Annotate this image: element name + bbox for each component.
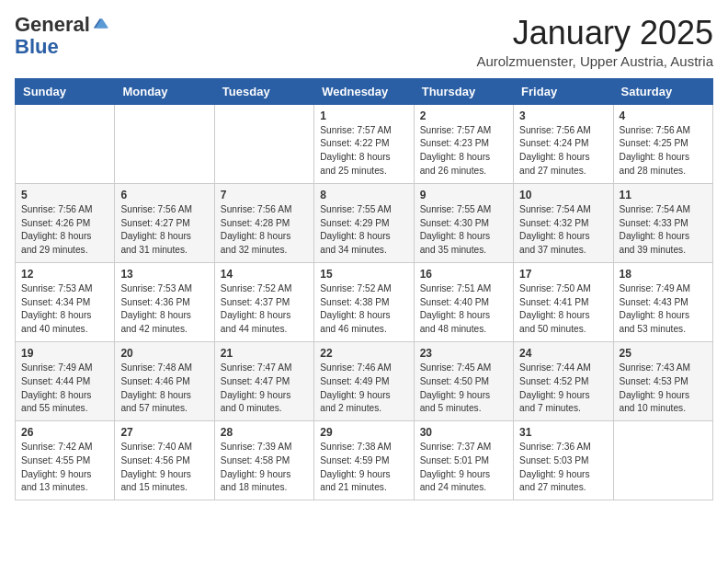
calendar-cell: 7Sunrise: 7:56 AM Sunset: 4:28 PM Daylig… — [214, 183, 313, 262]
calendar-cell: 23Sunrise: 7:45 AM Sunset: 4:50 PM Dayli… — [414, 341, 513, 420]
day-info: Sunrise: 7:48 AM Sunset: 4:46 PM Dayligh… — [120, 362, 208, 416]
calendar-cell: 4Sunrise: 7:56 AM Sunset: 4:25 PM Daylig… — [613, 104, 712, 183]
day-info: Sunrise: 7:49 AM Sunset: 4:43 PM Dayligh… — [620, 282, 707, 337]
day-info: Sunrise: 7:56 AM Sunset: 4:24 PM Dayligh… — [519, 124, 607, 178]
day-info: Sunrise: 7:43 AM Sunset: 4:53 PM Dayligh… — [620, 362, 707, 416]
calendar-cell: 12Sunrise: 7:53 AM Sunset: 4:34 PM Dayli… — [16, 262, 115, 341]
calendar-cell: 25Sunrise: 7:43 AM Sunset: 4:53 PM Dayli… — [613, 341, 712, 420]
calendar-cell: 24Sunrise: 7:44 AM Sunset: 4:52 PM Dayli… — [514, 341, 613, 420]
day-number: 12 — [21, 268, 108, 281]
day-number: 21 — [221, 347, 308, 360]
page-header: General Blue January 2025 Aurolzmuenster… — [15, 15, 713, 69]
day-info: Sunrise: 7:51 AM Sunset: 4:40 PM Dayligh… — [420, 282, 507, 337]
day-number: 3 — [519, 109, 607, 122]
day-number: 23 — [420, 347, 507, 360]
logo-icon — [92, 17, 108, 33]
day-info: Sunrise: 7:54 AM Sunset: 4:33 PM Dayligh… — [620, 203, 707, 258]
day-info: Sunrise: 7:56 AM Sunset: 4:25 PM Dayligh… — [620, 124, 707, 178]
day-number: 29 — [320, 426, 407, 439]
calendar-cell: 26Sunrise: 7:42 AM Sunset: 4:55 PM Dayli… — [16, 421, 115, 500]
calendar-week-row: 19Sunrise: 7:49 AM Sunset: 4:44 PM Dayli… — [16, 341, 713, 420]
calendar-header-row: SundayMondayTuesdayWednesdayThursdayFrid… — [16, 78, 713, 104]
calendar-cell: 13Sunrise: 7:53 AM Sunset: 4:36 PM Dayli… — [115, 262, 214, 341]
day-info: Sunrise: 7:46 AM Sunset: 4:49 PM Dayligh… — [320, 362, 407, 416]
calendar-cell: 11Sunrise: 7:54 AM Sunset: 4:33 PM Dayli… — [613, 183, 712, 262]
calendar-cell — [214, 104, 313, 183]
weekday-header-sunday: Sunday — [16, 78, 115, 104]
day-info: Sunrise: 7:55 AM Sunset: 4:29 PM Dayligh… — [320, 203, 407, 258]
day-info: Sunrise: 7:37 AM Sunset: 5:01 PM Dayligh… — [420, 441, 507, 495]
calendar-cell: 29Sunrise: 7:38 AM Sunset: 4:59 PM Dayli… — [314, 421, 414, 500]
day-number: 14 — [221, 268, 308, 281]
calendar-cell — [115, 104, 214, 183]
weekday-header-wednesday: Wednesday — [314, 78, 414, 104]
day-info: Sunrise: 7:49 AM Sunset: 4:44 PM Dayligh… — [21, 362, 108, 416]
day-number: 11 — [620, 189, 707, 201]
month-title: January 2025 — [476, 15, 713, 52]
weekday-header-saturday: Saturday — [613, 78, 712, 104]
day-info: Sunrise: 7:36 AM Sunset: 5:03 PM Dayligh… — [519, 441, 607, 495]
weekday-header-tuesday: Tuesday — [214, 78, 313, 104]
day-info: Sunrise: 7:47 AM Sunset: 4:47 PM Dayligh… — [221, 362, 308, 416]
day-info: Sunrise: 7:54 AM Sunset: 4:32 PM Dayligh… — [519, 203, 607, 258]
calendar-cell: 28Sunrise: 7:39 AM Sunset: 4:58 PM Dayli… — [214, 421, 313, 500]
day-number: 9 — [420, 189, 507, 201]
day-number: 5 — [21, 189, 108, 201]
calendar-cell: 3Sunrise: 7:56 AM Sunset: 4:24 PM Daylig… — [514, 104, 613, 183]
day-info: Sunrise: 7:56 AM Sunset: 4:28 PM Dayligh… — [221, 203, 308, 258]
calendar-cell: 10Sunrise: 7:54 AM Sunset: 4:32 PM Dayli… — [514, 183, 613, 262]
calendar-week-row: 26Sunrise: 7:42 AM Sunset: 4:55 PM Dayli… — [16, 421, 713, 500]
day-number: 13 — [120, 268, 208, 281]
calendar-cell: 2Sunrise: 7:57 AM Sunset: 4:23 PM Daylig… — [414, 104, 513, 183]
day-number: 7 — [221, 189, 308, 201]
day-number: 28 — [221, 426, 308, 439]
day-number: 19 — [21, 347, 108, 360]
day-number: 20 — [120, 347, 208, 360]
calendar-cell: 20Sunrise: 7:48 AM Sunset: 4:46 PM Dayli… — [115, 341, 214, 420]
day-info: Sunrise: 7:52 AM Sunset: 4:37 PM Dayligh… — [221, 282, 308, 337]
day-number: 27 — [120, 426, 208, 439]
calendar-cell — [16, 104, 115, 183]
day-number: 15 — [320, 268, 407, 281]
day-info: Sunrise: 7:57 AM Sunset: 4:22 PM Dayligh… — [320, 124, 407, 178]
day-number: 16 — [420, 268, 507, 281]
day-info: Sunrise: 7:42 AM Sunset: 4:55 PM Dayligh… — [21, 441, 108, 495]
location-title: Aurolzmuenster, Upper Austria, Austria — [476, 53, 713, 69]
calendar-cell — [613, 421, 712, 500]
calendar-cell: 27Sunrise: 7:40 AM Sunset: 4:56 PM Dayli… — [115, 421, 214, 500]
day-number: 18 — [620, 268, 707, 281]
weekday-header-thursday: Thursday — [414, 78, 513, 104]
calendar-cell: 15Sunrise: 7:52 AM Sunset: 4:38 PM Dayli… — [314, 262, 414, 341]
calendar-cell: 17Sunrise: 7:50 AM Sunset: 4:41 PM Dayli… — [514, 262, 613, 341]
day-number: 8 — [320, 189, 407, 201]
day-info: Sunrise: 7:53 AM Sunset: 4:34 PM Dayligh… — [21, 282, 108, 337]
weekday-header-friday: Friday — [514, 78, 613, 104]
logo-general-text: General — [15, 15, 90, 35]
day-number: 17 — [519, 268, 607, 281]
day-number: 25 — [620, 347, 707, 360]
calendar-week-row: 5Sunrise: 7:56 AM Sunset: 4:26 PM Daylig… — [16, 183, 713, 262]
day-number: 31 — [519, 426, 607, 439]
day-number: 26 — [21, 426, 108, 439]
day-number: 2 — [420, 109, 507, 122]
title-section: January 2025 Aurolzmuenster, Upper Austr… — [476, 15, 713, 69]
day-number: 24 — [519, 347, 607, 360]
day-info: Sunrise: 7:52 AM Sunset: 4:38 PM Dayligh… — [320, 282, 407, 337]
day-info: Sunrise: 7:56 AM Sunset: 4:27 PM Dayligh… — [120, 203, 208, 258]
day-info: Sunrise: 7:53 AM Sunset: 4:36 PM Dayligh… — [120, 282, 208, 337]
day-number: 30 — [420, 426, 507, 439]
calendar-week-row: 1Sunrise: 7:57 AM Sunset: 4:22 PM Daylig… — [16, 104, 713, 183]
calendar-table: SundayMondayTuesdayWednesdayThursdayFrid… — [15, 78, 713, 501]
calendar-cell: 18Sunrise: 7:49 AM Sunset: 4:43 PM Dayli… — [613, 262, 712, 341]
day-info: Sunrise: 7:57 AM Sunset: 4:23 PM Dayligh… — [420, 124, 507, 178]
calendar-cell: 5Sunrise: 7:56 AM Sunset: 4:26 PM Daylig… — [16, 183, 115, 262]
logo: General Blue — [15, 15, 108, 59]
day-info: Sunrise: 7:44 AM Sunset: 4:52 PM Dayligh… — [519, 362, 607, 416]
calendar-cell: 14Sunrise: 7:52 AM Sunset: 4:37 PM Dayli… — [214, 262, 313, 341]
day-number: 10 — [519, 189, 607, 201]
calendar-cell: 31Sunrise: 7:36 AM Sunset: 5:03 PM Dayli… — [514, 421, 613, 500]
calendar-cell: 6Sunrise: 7:56 AM Sunset: 4:27 PM Daylig… — [115, 183, 214, 262]
calendar-cell: 9Sunrise: 7:55 AM Sunset: 4:30 PM Daylig… — [414, 183, 513, 262]
calendar-cell: 19Sunrise: 7:49 AM Sunset: 4:44 PM Dayli… — [16, 341, 115, 420]
calendar-cell: 21Sunrise: 7:47 AM Sunset: 4:47 PM Dayli… — [214, 341, 313, 420]
